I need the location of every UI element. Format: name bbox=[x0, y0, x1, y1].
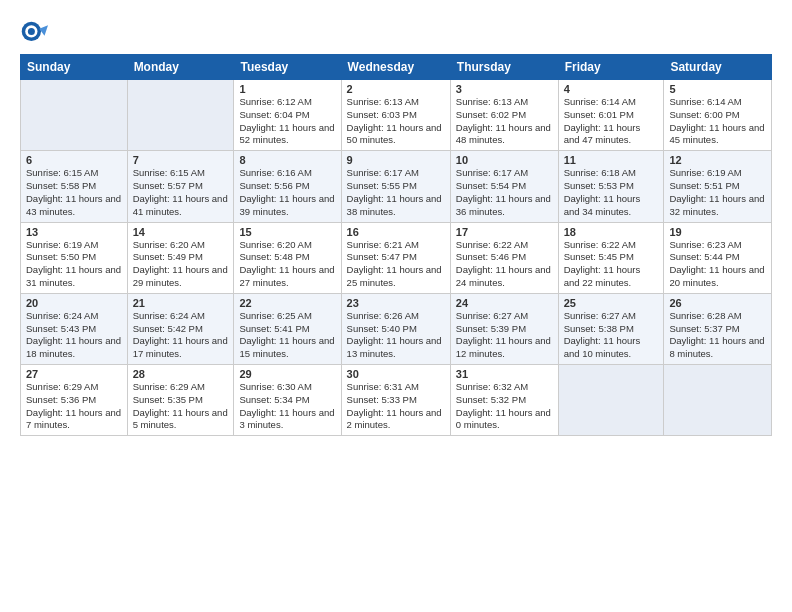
day-cell-30: 30Sunrise: 6:31 AMSunset: 5:33 PMDayligh… bbox=[341, 365, 450, 436]
day-cell-3: 3Sunrise: 6:13 AMSunset: 6:02 PMDaylight… bbox=[450, 80, 558, 151]
day-number: 14 bbox=[133, 226, 229, 238]
empty-cell bbox=[558, 365, 664, 436]
day-number: 15 bbox=[239, 226, 335, 238]
day-info: Sunrise: 6:25 AMSunset: 5:41 PMDaylight:… bbox=[239, 310, 335, 361]
day-cell-14: 14Sunrise: 6:20 AMSunset: 5:49 PMDayligh… bbox=[127, 222, 234, 293]
day-cell-12: 12Sunrise: 6:19 AMSunset: 5:51 PMDayligh… bbox=[664, 151, 772, 222]
logo-icon bbox=[20, 20, 48, 48]
day-cell-2: 2Sunrise: 6:13 AMSunset: 6:03 PMDaylight… bbox=[341, 80, 450, 151]
day-number: 16 bbox=[347, 226, 445, 238]
day-info: Sunrise: 6:29 AMSunset: 5:36 PMDaylight:… bbox=[26, 381, 122, 432]
day-cell-22: 22Sunrise: 6:25 AMSunset: 5:41 PMDayligh… bbox=[234, 293, 341, 364]
day-number: 10 bbox=[456, 154, 553, 166]
day-info: Sunrise: 6:24 AMSunset: 5:43 PMDaylight:… bbox=[26, 310, 122, 361]
day-number: 3 bbox=[456, 83, 553, 95]
day-info: Sunrise: 6:27 AMSunset: 5:39 PMDaylight:… bbox=[456, 310, 553, 361]
day-number: 4 bbox=[564, 83, 659, 95]
day-number: 9 bbox=[347, 154, 445, 166]
day-info: Sunrise: 6:26 AMSunset: 5:40 PMDaylight:… bbox=[347, 310, 445, 361]
day-number: 18 bbox=[564, 226, 659, 238]
day-number: 12 bbox=[669, 154, 766, 166]
day-cell-23: 23Sunrise: 6:26 AMSunset: 5:40 PMDayligh… bbox=[341, 293, 450, 364]
calendar-header-friday: Friday bbox=[558, 55, 664, 80]
day-cell-11: 11Sunrise: 6:18 AMSunset: 5:53 PMDayligh… bbox=[558, 151, 664, 222]
day-info: Sunrise: 6:32 AMSunset: 5:32 PMDaylight:… bbox=[456, 381, 553, 432]
calendar-week-row: 20Sunrise: 6:24 AMSunset: 5:43 PMDayligh… bbox=[21, 293, 772, 364]
calendar-header-sunday: Sunday bbox=[21, 55, 128, 80]
day-number: 7 bbox=[133, 154, 229, 166]
calendar-header-saturday: Saturday bbox=[664, 55, 772, 80]
empty-cell bbox=[127, 80, 234, 151]
day-cell-8: 8Sunrise: 6:16 AMSunset: 5:56 PMDaylight… bbox=[234, 151, 341, 222]
empty-cell bbox=[664, 365, 772, 436]
day-number: 23 bbox=[347, 297, 445, 309]
day-number: 13 bbox=[26, 226, 122, 238]
calendar-week-row: 13Sunrise: 6:19 AMSunset: 5:50 PMDayligh… bbox=[21, 222, 772, 293]
calendar-header-row: SundayMondayTuesdayWednesdayThursdayFrid… bbox=[21, 55, 772, 80]
day-number: 26 bbox=[669, 297, 766, 309]
day-cell-4: 4Sunrise: 6:14 AMSunset: 6:01 PMDaylight… bbox=[558, 80, 664, 151]
day-info: Sunrise: 6:16 AMSunset: 5:56 PMDaylight:… bbox=[239, 167, 335, 218]
header bbox=[20, 16, 772, 48]
day-number: 27 bbox=[26, 368, 122, 380]
day-cell-24: 24Sunrise: 6:27 AMSunset: 5:39 PMDayligh… bbox=[450, 293, 558, 364]
day-info: Sunrise: 6:15 AMSunset: 5:57 PMDaylight:… bbox=[133, 167, 229, 218]
day-info: Sunrise: 6:17 AMSunset: 5:55 PMDaylight:… bbox=[347, 167, 445, 218]
day-number: 11 bbox=[564, 154, 659, 166]
calendar-header-thursday: Thursday bbox=[450, 55, 558, 80]
day-info: Sunrise: 6:23 AMSunset: 5:44 PMDaylight:… bbox=[669, 239, 766, 290]
day-cell-21: 21Sunrise: 6:24 AMSunset: 5:42 PMDayligh… bbox=[127, 293, 234, 364]
day-info: Sunrise: 6:14 AMSunset: 6:00 PMDaylight:… bbox=[669, 96, 766, 147]
calendar-week-row: 27Sunrise: 6:29 AMSunset: 5:36 PMDayligh… bbox=[21, 365, 772, 436]
day-info: Sunrise: 6:19 AMSunset: 5:51 PMDaylight:… bbox=[669, 167, 766, 218]
calendar-header-tuesday: Tuesday bbox=[234, 55, 341, 80]
day-info: Sunrise: 6:29 AMSunset: 5:35 PMDaylight:… bbox=[133, 381, 229, 432]
day-number: 2 bbox=[347, 83, 445, 95]
day-info: Sunrise: 6:15 AMSunset: 5:58 PMDaylight:… bbox=[26, 167, 122, 218]
day-cell-7: 7Sunrise: 6:15 AMSunset: 5:57 PMDaylight… bbox=[127, 151, 234, 222]
day-info: Sunrise: 6:19 AMSunset: 5:50 PMDaylight:… bbox=[26, 239, 122, 290]
day-cell-31: 31Sunrise: 6:32 AMSunset: 5:32 PMDayligh… bbox=[450, 365, 558, 436]
calendar-table: SundayMondayTuesdayWednesdayThursdayFrid… bbox=[20, 54, 772, 436]
day-cell-18: 18Sunrise: 6:22 AMSunset: 5:45 PMDayligh… bbox=[558, 222, 664, 293]
svg-point-2 bbox=[28, 28, 35, 35]
empty-cell bbox=[21, 80, 128, 151]
day-cell-13: 13Sunrise: 6:19 AMSunset: 5:50 PMDayligh… bbox=[21, 222, 128, 293]
day-cell-10: 10Sunrise: 6:17 AMSunset: 5:54 PMDayligh… bbox=[450, 151, 558, 222]
calendar-week-row: 6Sunrise: 6:15 AMSunset: 5:58 PMDaylight… bbox=[21, 151, 772, 222]
day-number: 24 bbox=[456, 297, 553, 309]
day-info: Sunrise: 6:21 AMSunset: 5:47 PMDaylight:… bbox=[347, 239, 445, 290]
day-info: Sunrise: 6:30 AMSunset: 5:34 PMDaylight:… bbox=[239, 381, 335, 432]
day-cell-6: 6Sunrise: 6:15 AMSunset: 5:58 PMDaylight… bbox=[21, 151, 128, 222]
day-info: Sunrise: 6:20 AMSunset: 5:48 PMDaylight:… bbox=[239, 239, 335, 290]
day-info: Sunrise: 6:13 AMSunset: 6:02 PMDaylight:… bbox=[456, 96, 553, 147]
day-cell-25: 25Sunrise: 6:27 AMSunset: 5:38 PMDayligh… bbox=[558, 293, 664, 364]
day-number: 21 bbox=[133, 297, 229, 309]
day-number: 8 bbox=[239, 154, 335, 166]
day-info: Sunrise: 6:22 AMSunset: 5:46 PMDaylight:… bbox=[456, 239, 553, 290]
day-cell-9: 9Sunrise: 6:17 AMSunset: 5:55 PMDaylight… bbox=[341, 151, 450, 222]
day-number: 19 bbox=[669, 226, 766, 238]
day-number: 17 bbox=[456, 226, 553, 238]
day-cell-15: 15Sunrise: 6:20 AMSunset: 5:48 PMDayligh… bbox=[234, 222, 341, 293]
day-number: 20 bbox=[26, 297, 122, 309]
day-info: Sunrise: 6:24 AMSunset: 5:42 PMDaylight:… bbox=[133, 310, 229, 361]
day-number: 1 bbox=[239, 83, 335, 95]
day-number: 29 bbox=[239, 368, 335, 380]
logo bbox=[20, 20, 52, 48]
day-cell-26: 26Sunrise: 6:28 AMSunset: 5:37 PMDayligh… bbox=[664, 293, 772, 364]
day-number: 28 bbox=[133, 368, 229, 380]
day-info: Sunrise: 6:22 AMSunset: 5:45 PMDaylight:… bbox=[564, 239, 659, 290]
day-info: Sunrise: 6:18 AMSunset: 5:53 PMDaylight:… bbox=[564, 167, 659, 218]
day-cell-5: 5Sunrise: 6:14 AMSunset: 6:00 PMDaylight… bbox=[664, 80, 772, 151]
day-number: 30 bbox=[347, 368, 445, 380]
day-info: Sunrise: 6:12 AMSunset: 6:04 PMDaylight:… bbox=[239, 96, 335, 147]
calendar-week-row: 1Sunrise: 6:12 AMSunset: 6:04 PMDaylight… bbox=[21, 80, 772, 151]
day-number: 25 bbox=[564, 297, 659, 309]
day-info: Sunrise: 6:27 AMSunset: 5:38 PMDaylight:… bbox=[564, 310, 659, 361]
day-number: 6 bbox=[26, 154, 122, 166]
day-cell-28: 28Sunrise: 6:29 AMSunset: 5:35 PMDayligh… bbox=[127, 365, 234, 436]
day-cell-19: 19Sunrise: 6:23 AMSunset: 5:44 PMDayligh… bbox=[664, 222, 772, 293]
day-cell-1: 1Sunrise: 6:12 AMSunset: 6:04 PMDaylight… bbox=[234, 80, 341, 151]
day-info: Sunrise: 6:28 AMSunset: 5:37 PMDaylight:… bbox=[669, 310, 766, 361]
